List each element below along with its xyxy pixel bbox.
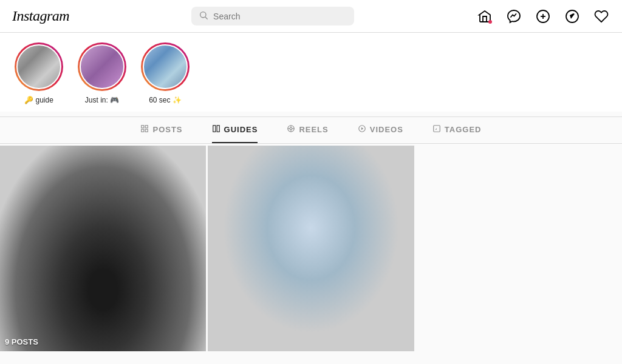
home-icon[interactable] xyxy=(476,8,493,25)
videos-icon xyxy=(358,124,366,135)
explore-icon[interactable] xyxy=(564,8,581,25)
tab-guides-label: Guides xyxy=(224,125,258,134)
tab-tagged[interactable]: Tagged xyxy=(432,124,482,143)
search-bar[interactable] xyxy=(191,7,354,25)
story-avatar-ring xyxy=(78,42,126,91)
tab-videos[interactable]: Videos xyxy=(358,124,403,143)
story-item[interactable]: 🔑 guide xyxy=(15,42,63,104)
svg-rect-11 xyxy=(213,126,215,132)
story-avatar-ring xyxy=(141,42,190,91)
story-avatar xyxy=(16,44,61,89)
svg-rect-9 xyxy=(146,129,148,132)
story-avatar xyxy=(80,44,125,89)
tab-reels[interactable]: Reels xyxy=(287,124,328,143)
svg-marker-6 xyxy=(570,13,575,19)
svg-rect-12 xyxy=(217,126,219,132)
svg-point-14 xyxy=(290,127,293,130)
instagram-logo: Instagram xyxy=(12,8,69,24)
story-label: 60 sec ✨ xyxy=(149,96,182,104)
svg-rect-10 xyxy=(142,129,144,132)
posts-icon xyxy=(140,124,149,135)
grid-item-1[interactable]: 9 POSTS xyxy=(0,146,206,351)
stories-section: 🔑 guide Just in: 🎮 60 sec ✨ xyxy=(0,33,622,112)
svg-line-1 xyxy=(205,17,208,19)
notification-dot xyxy=(488,20,492,24)
messenger-icon[interactable] xyxy=(505,8,522,25)
tab-reels-label: Reels xyxy=(299,125,328,134)
grid-item-2[interactable] xyxy=(208,146,414,351)
grid-image-2 xyxy=(208,146,414,351)
create-icon[interactable] xyxy=(535,8,552,25)
search-input[interactable] xyxy=(213,12,347,21)
svg-point-0 xyxy=(200,12,206,18)
header: Instagram xyxy=(0,0,622,33)
search-icon xyxy=(199,10,208,22)
heart-icon[interactable] xyxy=(593,8,610,25)
tab-posts-label: Posts xyxy=(152,125,182,134)
guides-icon xyxy=(212,124,220,135)
tagged-icon xyxy=(432,124,441,135)
svg-marker-20 xyxy=(361,127,364,130)
reels-icon xyxy=(287,124,295,135)
grid-image-1: 9 POSTS xyxy=(0,146,206,351)
header-nav xyxy=(476,8,610,25)
svg-rect-7 xyxy=(142,126,144,128)
story-avatar xyxy=(143,44,188,89)
story-item[interactable]: Just in: 🎮 xyxy=(78,42,126,104)
story-item[interactable]: 60 sec ✨ xyxy=(141,42,190,104)
post-count-badge: 9 POSTS xyxy=(5,337,38,346)
tab-guides[interactable]: Guides xyxy=(212,124,258,143)
tab-posts[interactable]: Posts xyxy=(140,124,182,143)
tab-tagged-label: Tagged xyxy=(445,125,482,134)
profile-tabs: Posts Guides Reels Videos xyxy=(0,117,622,144)
guides-grid: 9 POSTS xyxy=(0,144,622,353)
story-avatar-ring xyxy=(15,42,63,91)
svg-rect-8 xyxy=(146,126,148,128)
tab-videos-label: Videos xyxy=(370,125,403,134)
story-label: 🔑 guide xyxy=(24,96,53,104)
story-label: Just in: 🎮 xyxy=(85,96,119,104)
